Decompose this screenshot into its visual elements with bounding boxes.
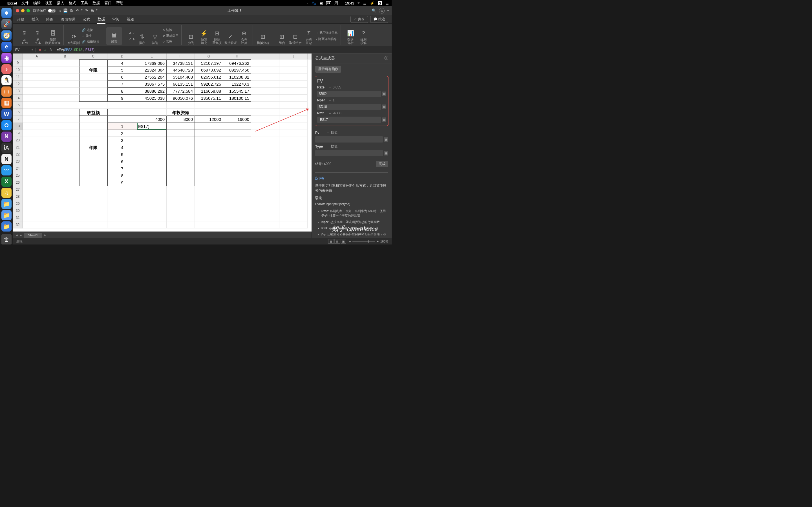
accept-formula-button[interactable]: ✓: [44, 48, 47, 52]
reapply-button[interactable]: ↻ 重新应用: [162, 33, 179, 39]
data-analysis-button[interactable]: 📊数据分析: [345, 27, 356, 45]
cell[interactable]: [195, 200, 223, 207]
cell[interactable]: 6: [107, 158, 137, 165]
cell[interactable]: [251, 123, 280, 130]
cell[interactable]: [23, 95, 51, 102]
sort-button[interactable]: ⇅排序: [137, 27, 148, 45]
col-header-F[interactable]: F: [167, 54, 195, 59]
menu-format[interactable]: 格式: [69, 1, 76, 6]
remove-duplicates-button[interactable]: ⊟删除重复项: [211, 27, 223, 45]
cell[interactable]: 2: [107, 130, 137, 137]
cell[interactable]: [23, 80, 51, 88]
cell[interactable]: [251, 130, 280, 137]
cell[interactable]: [79, 123, 107, 130]
status-date-icon[interactable]: 24: [326, 1, 331, 5]
cell[interactable]: [107, 221, 137, 228]
nper-selector-icon[interactable]: ⊞: [382, 105, 386, 109]
cell[interactable]: [137, 172, 167, 179]
cell[interactable]: [280, 137, 308, 144]
cell[interactable]: [51, 172, 79, 179]
cell[interactable]: [107, 102, 137, 109]
hide-detail-button[interactable]: - 隐藏详细信息: [316, 36, 338, 42]
cell[interactable]: [223, 130, 251, 137]
cell[interactable]: 135075.11: [195, 95, 223, 102]
col-header-A[interactable]: A: [23, 54, 51, 59]
cell[interactable]: [79, 221, 107, 228]
cell[interactable]: [79, 116, 107, 123]
dock-word[interactable]: W: [1, 109, 11, 119]
cell[interactable]: [23, 144, 51, 151]
cell[interactable]: [195, 130, 223, 137]
dock-podcasts[interactable]: ◉: [1, 53, 11, 63]
cell[interactable]: [107, 186, 137, 193]
cell[interactable]: 110208.82: [223, 73, 251, 80]
cell[interactable]: 27552.204: [137, 73, 167, 80]
cell[interactable]: [223, 151, 251, 158]
row-header[interactable]: 18: [13, 123, 23, 130]
cell[interactable]: [51, 165, 79, 172]
cell[interactable]: [280, 102, 308, 109]
redo-icon[interactable]: ↷: [85, 8, 88, 13]
menu-file[interactable]: 文件: [21, 1, 29, 6]
pv-input[interactable]: [315, 136, 383, 143]
cell[interactable]: [137, 214, 167, 221]
cell[interactable]: [223, 214, 251, 221]
cell[interactable]: [79, 137, 107, 144]
cell[interactable]: [79, 102, 107, 109]
cell[interactable]: [79, 200, 107, 207]
cell[interactable]: [137, 207, 167, 214]
cell[interactable]: [251, 95, 280, 102]
subtotal-button[interactable]: Σ分类汇总: [303, 27, 315, 45]
control-center-icon[interactable]: ☰: [363, 1, 366, 5]
cell[interactable]: [251, 102, 280, 109]
cell[interactable]: [167, 207, 195, 214]
row-header[interactable]: 29: [13, 200, 23, 207]
cell[interactable]: [223, 102, 251, 109]
cell[interactable]: 82656.612: [195, 73, 223, 80]
cell[interactable]: 66973.092: [195, 66, 223, 73]
cell[interactable]: [51, 80, 79, 88]
cell[interactable]: [223, 193, 251, 200]
menu-help[interactable]: 帮助: [116, 1, 123, 6]
cell[interactable]: [51, 66, 79, 73]
row-header[interactable]: 26: [13, 179, 23, 186]
row-header[interactable]: 9: [13, 59, 23, 66]
cell[interactable]: [137, 186, 167, 193]
dock-launchpad[interactable]: 🚀: [1, 19, 11, 29]
cell[interactable]: [195, 172, 223, 179]
cell[interactable]: [280, 88, 308, 95]
zoom-in-button[interactable]: +: [377, 240, 378, 243]
input-method-icon[interactable]: S: [378, 1, 382, 5]
close-button[interactable]: [16, 9, 19, 12]
cell[interactable]: [23, 59, 51, 66]
col-header-I[interactable]: I: [251, 54, 280, 59]
cell[interactable]: [79, 186, 107, 193]
cell[interactable]: [195, 151, 223, 158]
nper-input[interactable]: [317, 104, 381, 110]
cell[interactable]: 6: [107, 73, 137, 80]
dock-folder-3[interactable]: 📁: [1, 221, 11, 231]
menu-extra-icon[interactable]: ☰: [386, 1, 389, 5]
cell[interactable]: [51, 207, 79, 214]
cell[interactable]: [137, 158, 167, 165]
cell[interactable]: [195, 165, 223, 172]
cell[interactable]: [23, 200, 51, 207]
autosave-toggle[interactable]: 自动保存 关闭: [33, 8, 56, 13]
cell[interactable]: 收益额: [79, 109, 107, 116]
home-icon[interactable]: ⌂: [59, 8, 61, 13]
cell[interactable]: 4: [107, 144, 137, 151]
cell[interactable]: [223, 109, 251, 116]
cell[interactable]: [23, 165, 51, 172]
cell[interactable]: [251, 179, 280, 186]
cell[interactable]: [107, 214, 137, 221]
view-pagebreak-button[interactable]: ▣: [341, 239, 346, 244]
tab-layout[interactable]: 页面布局: [60, 15, 76, 23]
cell[interactable]: [195, 179, 223, 186]
cell[interactable]: [167, 186, 195, 193]
search-icon[interactable]: 🔍: [371, 8, 376, 13]
row-header[interactable]: 12: [13, 80, 23, 88]
tab-draw[interactable]: 绘图: [46, 15, 54, 23]
cell[interactable]: [251, 109, 280, 116]
cell[interactable]: [51, 186, 79, 193]
ungroup-button[interactable]: ⊟取消组合: [289, 27, 302, 45]
